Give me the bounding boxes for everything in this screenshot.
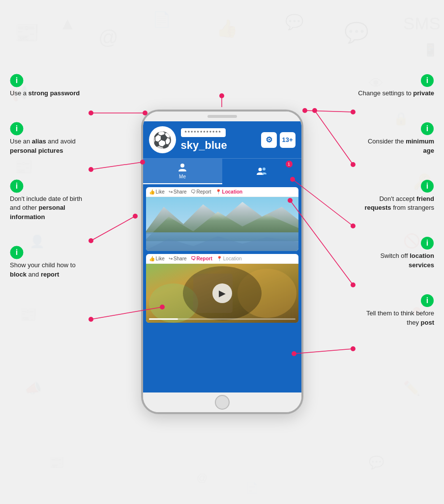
svg-text:i: i — [16, 248, 18, 256]
phone-top-bar — [143, 112, 301, 121]
svg-text:i: i — [426, 182, 428, 190]
annotation-alias: i Use an alias and avoid personal pictur… — [10, 122, 89, 156]
avatar-emoji: ⚽ — [152, 131, 172, 149]
phone-screen: ⚽ ************ sky_blue ⚙ 13+ — [143, 121, 301, 392]
info-icon-location: i — [420, 236, 434, 250]
info-icon-minage: i — [420, 122, 434, 136]
annotation-strong-password: i Use a strong password — [10, 74, 89, 98]
info-icon-password: i — [10, 74, 24, 87]
annotation-private: i Change settings to private — [355, 74, 434, 98]
info-icon-block: i — [10, 246, 24, 259]
post-actions-2: 👍Like ↪Share 🗨Report 📍Location — [146, 254, 298, 264]
annotation-location: i Switch off location services — [355, 236, 434, 270]
phone-speaker — [207, 115, 237, 118]
annotation-text-alias: Use an alias and avoid personal pictures — [10, 137, 89, 156]
report-button-2[interactable]: 🗨Report — [191, 256, 212, 261]
annotation-text-private: Change settings to private — [358, 89, 434, 98]
friends-tab[interactable]: 1 — [222, 159, 301, 184]
post-card-2: 👍Like ↪Share 🗨Report 📍Location — [146, 254, 298, 323]
location-button-1[interactable]: 📍Location — [215, 189, 243, 195]
phone-bottom-bar — [143, 392, 301, 412]
main-container: i Use a strong password i Use an alias a… — [0, 0, 444, 504]
app-nav: Me 1 — [143, 158, 301, 184]
settings-button[interactable]: ⚙ — [261, 132, 277, 148]
svg-point-33 — [259, 168, 262, 171]
share-button-1[interactable]: ↪Share — [169, 189, 187, 195]
post-image-1 — [146, 197, 298, 251]
play-button[interactable]: ▶ — [212, 283, 232, 303]
annotation-text-post: Tell them to think before they post — [355, 309, 434, 328]
info-icon-private: i — [420, 74, 434, 87]
svg-text:i: i — [426, 239, 428, 247]
svg-text:i: i — [16, 182, 18, 190]
annotation-friend-requests: i Don't accept friend requests from stra… — [355, 179, 434, 213]
annotation-think-post: i Tell them to think before they post — [355, 294, 434, 328]
annotation-text-personal: Don't include date of birth and other pe… — [10, 195, 89, 223]
svg-text:i: i — [426, 296, 428, 305]
svg-point-32 — [180, 164, 184, 168]
info-icon-personal: i — [10, 179, 24, 193]
annotation-text-friends: Don't accept friend requests from strang… — [355, 195, 434, 213]
home-button[interactable] — [215, 395, 230, 410]
me-tab-label: Me — [178, 174, 187, 179]
video-post-image: ▶ — [146, 264, 298, 323]
friends-badge: 1 — [286, 161, 293, 168]
post-card-1: 👍Like ↪Share 🗨Report 📍Location — [146, 187, 298, 251]
annotation-block-report: i Show your child how to block and repor… — [10, 246, 89, 280]
friends-icon — [257, 167, 266, 176]
password-display: ************ — [181, 128, 226, 137]
avatar: ⚽ — [149, 126, 176, 153]
app-header: ⚽ ************ sky_blue ⚙ 13+ — [143, 121, 301, 158]
like-button-1[interactable]: 👍Like — [149, 189, 165, 195]
annotation-text-location: Switch off location services — [355, 252, 434, 270]
annotation-text-password: Use a strong password — [10, 89, 80, 98]
info-icon-friends: i — [420, 179, 434, 193]
mountain-svg — [146, 197, 298, 251]
info-icon-alias: i — [10, 122, 24, 136]
phone-device: ⚽ ************ sky_blue ⚙ 13+ — [141, 110, 303, 414]
me-tab-icon — [178, 163, 187, 172]
video-progress-bar — [149, 318, 296, 320]
username-text: sky_blue — [181, 139, 256, 152]
left-annotations: i Use a strong password i Use an alias a… — [10, 74, 89, 280]
svg-point-34 — [263, 168, 266, 170]
share-button-2[interactable]: ↪Share — [169, 256, 187, 261]
svg-text:i: i — [426, 76, 428, 84]
annotation-text-block: Show your child how to block and report — [10, 261, 89, 280]
location-button-2[interactable]: 📍Location — [216, 256, 242, 261]
annotation-min-age: i Consider the minimum age — [355, 122, 434, 156]
post-actions-1: 👍Like ↪Share 🗨Report 📍Location — [146, 187, 298, 197]
report-button-1[interactable]: 🗨Report — [191, 189, 211, 195]
svg-text:i: i — [16, 124, 18, 133]
like-button-2[interactable]: 👍Like — [149, 256, 165, 261]
svg-text:i: i — [426, 124, 428, 133]
info-icon-post: i — [420, 294, 434, 308]
annotation-personal-info: i Don't include date of birth and other … — [10, 179, 89, 223]
username-section: ************ sky_blue — [181, 128, 256, 152]
right-annotations: i Change settings to private i Consider … — [355, 74, 434, 328]
header-icons: ⚙ 13+ — [261, 132, 296, 148]
me-tab[interactable]: Me — [143, 159, 222, 184]
annotation-text-minage: Consider the minimum age — [355, 137, 434, 156]
age-rating-button[interactable]: 13+ — [280, 132, 296, 148]
svg-text:i: i — [16, 76, 18, 84]
video-progress-fill — [149, 318, 178, 320]
